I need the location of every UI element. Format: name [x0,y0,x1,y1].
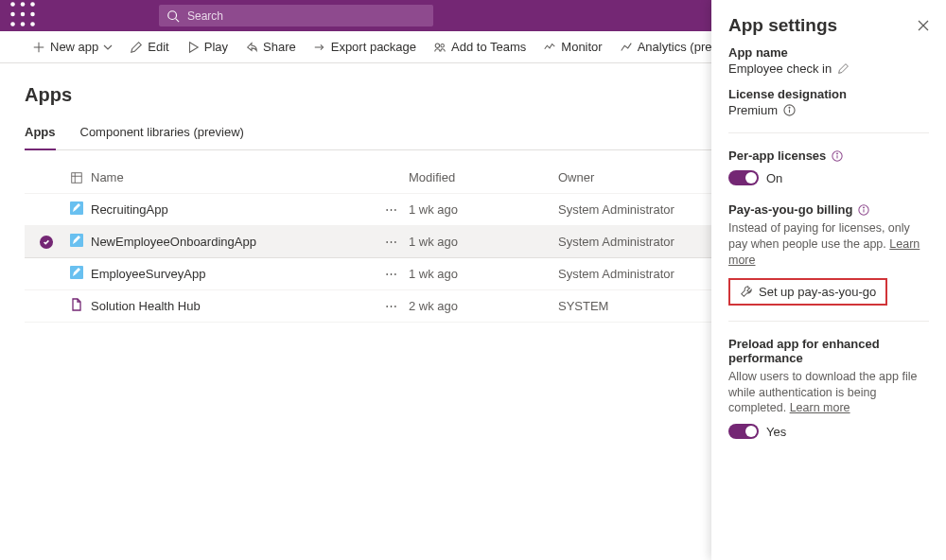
svg-line-10 [176,18,180,22]
payg-desc: Instead of paying for licenses, only pay… [728,221,910,251]
divider [728,132,929,133]
tab-apps[interactable]: Apps [25,125,56,150]
play-label: Play [204,40,228,54]
preload-state: Yes [766,425,786,439]
row-name[interactable]: Solution Health Hub [91,299,375,313]
row-name[interactable]: NewEmployeeOnboardingApp [91,235,375,249]
per-app-toggle[interactable] [728,170,759,185]
canvas-app-icon [69,201,84,219]
svg-point-4 [21,11,26,16]
svg-point-18 [441,44,445,47]
share-button[interactable]: Share [237,32,304,62]
field-settings-icon[interactable] [70,171,83,184]
info-icon[interactable] [832,150,843,162]
play-button[interactable]: Play [179,32,236,62]
share-label: Share [263,40,296,54]
license-value: Premium [728,103,778,117]
panel-title: App settings [728,15,837,36]
edit-label: Edit [148,40,168,54]
new-app-label: New app [50,40,98,54]
per-app-label: Per-app licenses [728,149,826,163]
svg-point-1 [21,2,26,7]
license-label: License designation [728,87,929,101]
svg-point-7 [21,22,26,26]
row-name[interactable]: EmployeeSurveyApp [91,267,375,281]
app-name-label: App name [728,45,929,60]
row-more-icon[interactable]: ⋯ [375,267,409,281]
share-icon [245,41,258,54]
wrench-icon [740,285,753,298]
search-icon [166,9,180,23]
monitor-icon [543,41,556,54]
row-more-icon[interactable]: ⋯ [375,299,409,313]
per-app-state: On [766,171,782,185]
preload-label: Preload app for enhanced performance [728,337,929,365]
waffle-icon[interactable] [9,1,36,31]
row-modified: 1 wk ago [409,202,558,217]
svg-point-5 [30,11,35,16]
svg-rect-20 [72,172,82,183]
canvas-app-icon [69,265,84,283]
export-icon [313,41,326,54]
monitor-button[interactable]: Monitor [535,32,609,62]
set-up-payg-button[interactable]: Set up pay-as-you-go [728,278,887,306]
info-icon[interactable] [858,204,869,216]
edit-button[interactable]: Edit [122,32,176,62]
analytics-icon [620,41,633,54]
solution-icon [69,297,84,315]
col-name[interactable]: Name [91,170,375,184]
svg-point-0 [10,2,15,7]
row-selected-icon[interactable] [40,236,53,249]
row-modified: 2 wk ago [409,299,558,313]
row-name[interactable]: RecruitingApp [91,202,375,217]
export-label: Export package [331,40,416,54]
row-more-icon[interactable]: ⋯ [375,235,409,249]
payg-button-label: Set up pay-as-you-go [759,285,876,299]
new-app-button[interactable]: New app [25,32,120,62]
tab-component-libraries[interactable]: Component libraries (preview) [80,125,244,149]
chevron-down-icon [103,43,113,52]
svg-point-17 [435,44,439,47]
play-icon [186,41,200,54]
teams-icon [433,41,447,54]
preload-learn-more-link[interactable]: Learn more [790,401,850,414]
edit-app-name-icon[interactable] [837,62,850,75]
export-button[interactable]: Export package [306,32,424,62]
svg-point-9 [168,10,177,19]
divider [728,321,929,322]
svg-point-8 [30,22,35,26]
app-name-value: Employee check in [728,61,832,76]
monitor-label: Monitor [561,40,602,54]
search-box[interactable] [159,5,433,26]
plus-icon [32,41,45,54]
row-more-icon[interactable]: ⋯ [375,202,409,217]
preload-toggle[interactable] [728,424,759,439]
svg-point-30 [789,107,790,108]
svg-point-33 [837,153,838,154]
col-modified[interactable]: Modified [409,170,558,184]
svg-point-2 [30,2,35,7]
search-input[interactable] [187,9,426,23]
payg-label: Pay-as-you-go billing [728,202,852,217]
app-settings-panel: App settings App name Employee check in … [711,0,946,560]
info-icon[interactable] [783,104,796,116]
svg-point-36 [864,207,865,208]
svg-point-3 [10,11,15,16]
close-icon[interactable] [918,20,929,31]
svg-point-6 [10,22,15,26]
teams-label: Add to Teams [451,40,526,54]
row-modified: 1 wk ago [409,267,558,281]
pencil-icon [130,41,143,54]
row-modified: 1 wk ago [409,235,558,249]
canvas-app-icon [69,233,84,251]
add-to-teams-button[interactable]: Add to Teams [426,32,534,62]
svg-marker-15 [189,42,198,52]
